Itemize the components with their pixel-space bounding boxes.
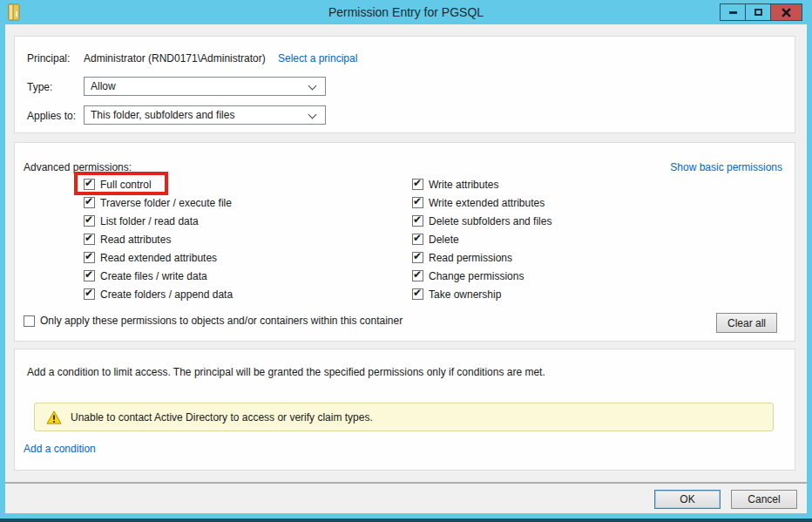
permissions-column-right: Write attributes Write extended attribut… bbox=[412, 175, 778, 303]
permission-label: Full control bbox=[100, 179, 152, 191]
applies-to-dropdown-value: This folder, subfolders and files bbox=[91, 109, 234, 121]
close-button[interactable] bbox=[770, 3, 802, 21]
permission-label: Traverse folder / execute file bbox=[100, 197, 232, 209]
add-condition-link[interactable]: Add a condition bbox=[24, 443, 96, 455]
window-title: Permission Entry for PGSQL bbox=[0, 5, 812, 19]
chevron-down-icon bbox=[308, 82, 317, 91]
permission-label: Create files / write data bbox=[100, 270, 207, 282]
permission-read-attributes[interactable]: Read attributes bbox=[84, 230, 171, 248]
permission-label: List folder / read data bbox=[100, 215, 199, 227]
permission-delete[interactable]: Delete bbox=[412, 230, 459, 248]
warning-text: Unable to contact Active Directory to ac… bbox=[71, 411, 373, 424]
permission-traverse-folder[interactable]: Traverse folder / execute file bbox=[84, 193, 232, 212]
titlebar[interactable]: Permission Entry for PGSQL bbox=[0, 0, 812, 24]
ok-button[interactable]: OK bbox=[654, 490, 721, 509]
permission-read-permissions[interactable]: Read permissions bbox=[412, 248, 512, 267]
type-label: Type: bbox=[27, 81, 52, 93]
only-apply-label: Only apply these permissions to objects … bbox=[40, 315, 403, 327]
permission-label: Read permissions bbox=[429, 252, 512, 264]
type-dropdown[interactable]: Allow bbox=[84, 77, 326, 96]
principal-value: Administrator (RND0171\Administrator) bbox=[84, 52, 266, 64]
condition-description: Add a condition to limit access. The pri… bbox=[27, 366, 545, 378]
advanced-permissions-panel: Advanced permissions: Show basic permiss… bbox=[14, 142, 795, 342]
checkbox-checked-icon bbox=[412, 288, 423, 300]
minimize-button[interactable] bbox=[720, 3, 746, 21]
checkbox-checked-icon bbox=[84, 252, 95, 263]
permission-label: Read extended attributes bbox=[100, 252, 217, 264]
checkbox-checked-icon bbox=[412, 179, 423, 190]
checkbox-checked-icon bbox=[84, 234, 95, 245]
checkbox-checked-icon bbox=[84, 215, 95, 227]
permission-label: Change permissions bbox=[429, 270, 524, 282]
checkbox-unchecked-icon bbox=[24, 315, 35, 327]
permission-write-attributes[interactable]: Write attributes bbox=[412, 175, 498, 193]
permission-take-ownership[interactable]: Take ownership bbox=[412, 285, 501, 303]
close-icon bbox=[782, 8, 791, 17]
clear-all-button[interactable]: Clear all bbox=[716, 313, 777, 333]
principal-panel: Principal: Administrator (RND0171\Admini… bbox=[14, 36, 795, 133]
checkbox-checked-icon bbox=[84, 288, 95, 300]
permission-label: Take ownership bbox=[429, 288, 501, 301]
checkbox-checked-icon bbox=[412, 234, 423, 245]
minimize-icon bbox=[729, 11, 737, 14]
permission-label: Delete bbox=[429, 234, 459, 246]
checkbox-checked-icon bbox=[412, 197, 423, 208]
permission-create-folders[interactable]: Create folders / append data bbox=[84, 285, 233, 303]
maximize-button[interactable] bbox=[745, 3, 771, 21]
only-apply-checkbox-row[interactable]: Only apply these permissions to objects … bbox=[24, 315, 403, 327]
permission-write-extended-attributes[interactable]: Write extended attributes bbox=[412, 193, 545, 212]
permission-delete-subfolders[interactable]: Delete subfolders and files bbox=[412, 212, 551, 230]
permission-read-extended-attributes[interactable]: Read extended attributes bbox=[84, 248, 217, 267]
permission-label: Delete subfolders and files bbox=[429, 215, 551, 227]
permission-create-files[interactable]: Create files / write data bbox=[84, 267, 207, 285]
checkbox-checked-icon bbox=[412, 215, 423, 227]
select-principal-link[interactable]: Select a principal bbox=[278, 52, 357, 64]
maximize-icon bbox=[754, 9, 762, 16]
checkbox-checked-icon bbox=[84, 197, 95, 208]
warning-triangle-icon bbox=[46, 410, 62, 424]
checkbox-checked-icon bbox=[84, 179, 95, 190]
warning-banner: Unable to contact Active Directory to ac… bbox=[34, 403, 774, 431]
cancel-button[interactable]: Cancel bbox=[731, 490, 797, 509]
permission-entry-dialog: Permission Entry for PGSQL Principal: Ad… bbox=[0, 0, 812, 522]
applies-to-label: Applies to: bbox=[27, 110, 76, 122]
permission-change-permissions[interactable]: Change permissions bbox=[412, 267, 524, 285]
footer-separator bbox=[5, 482, 807, 484]
chevron-down-icon bbox=[308, 111, 317, 119]
type-dropdown-value: Allow bbox=[91, 80, 116, 92]
permission-label: Create folders / append data bbox=[100, 288, 233, 301]
advanced-permissions-label: Advanced permissions: bbox=[24, 161, 132, 173]
checkbox-checked-icon bbox=[412, 252, 423, 263]
checkbox-checked-icon bbox=[84, 270, 95, 281]
permission-label: Write attributes bbox=[429, 179, 498, 191]
principal-label: Principal: bbox=[27, 52, 70, 64]
permission-label: Write extended attributes bbox=[429, 197, 545, 209]
applies-to-dropdown[interactable]: This folder, subfolders and files bbox=[84, 105, 326, 125]
checkbox-checked-icon bbox=[412, 270, 423, 281]
condition-panel: Add a condition to limit access. The pri… bbox=[14, 349, 795, 471]
permission-list-folder[interactable]: List folder / read data bbox=[84, 212, 199, 230]
permissions-column-left: Full control Traverse folder / execute f… bbox=[84, 175, 406, 303]
permission-label: Read attributes bbox=[100, 234, 171, 246]
show-basic-permissions-link[interactable]: Show basic permissions bbox=[670, 161, 782, 173]
permission-full-control[interactable]: Full control bbox=[84, 175, 152, 193]
